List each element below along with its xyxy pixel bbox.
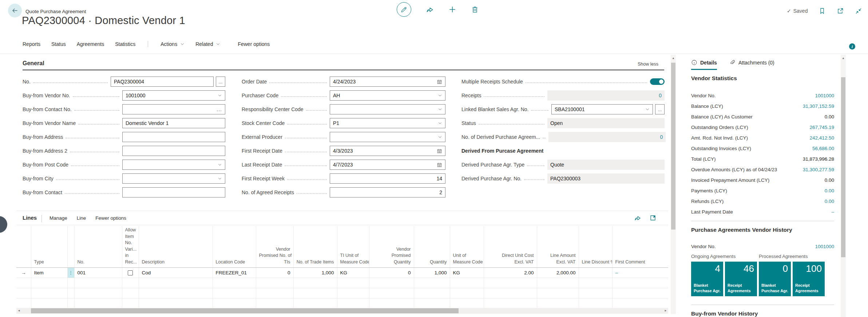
scroll-up-arrow-icon[interactable]: ▲ (841, 55, 846, 61)
content-scroll-thumb[interactable] (671, 63, 675, 230)
cell-vptis[interactable]: 0 (256, 268, 293, 278)
linked-blanket-sales-agr-no-assist-button[interactable]: ... (655, 104, 665, 114)
empty-cell[interactable] (450, 288, 484, 298)
column-header-comment[interactable]: First Comment (612, 226, 668, 268)
linked-blanket-sales-agr-no-field[interactable]: SBA2100001 (551, 104, 653, 114)
stock-center-code-field[interactable]: P1 (330, 118, 445, 128)
stat-value-link[interactable]: 0.00 (825, 199, 834, 204)
empty-cell[interactable] (537, 298, 579, 309)
empty-cell[interactable] (612, 278, 668, 288)
row-more-options-button[interactable]: ⋮ (67, 268, 74, 278)
empty-cell[interactable] (414, 288, 450, 298)
empty-cell[interactable] (612, 298, 668, 309)
column-header-description[interactable]: Description (139, 226, 213, 268)
responsibility-center-code-field[interactable] (330, 104, 445, 114)
empty-cell[interactable] (537, 278, 579, 288)
empty-cell[interactable] (74, 288, 122, 298)
no-of-agreed-receipts-field[interactable]: 2 (330, 187, 445, 197)
chevron-down-icon[interactable] (218, 93, 222, 98)
history-tile-receipt-agreements[interactable]: 46Receipt Agreements (725, 262, 757, 296)
tab-details[interactable]: Details (691, 59, 717, 69)
empty-cell[interactable] (67, 288, 74, 298)
factbox-vertical-scrollbar[interactable]: ▲ (841, 55, 846, 317)
empty-cell[interactable] (139, 278, 213, 288)
no-of-derived-purchase-agreem-drilldown[interactable]: 0 (548, 132, 666, 142)
buy-from-address-field[interactable] (122, 132, 225, 142)
empty-cell[interactable] (484, 298, 537, 309)
external-producer-field[interactable] (330, 132, 445, 142)
empty-cell[interactable] (537, 288, 579, 298)
chevron-down-icon[interactable] (218, 176, 222, 181)
column-header-arrow[interactable] (16, 226, 31, 268)
menubar-fewer-options[interactable]: Fewer options (238, 41, 270, 47)
menubar-item-reports[interactable]: Reports (23, 41, 40, 47)
cell-type[interactable]: Item (31, 268, 67, 278)
column-header-qty[interactable]: Quantity (414, 226, 450, 268)
bookmark-button[interactable] (819, 7, 826, 15)
stat-value-link[interactable]: 31,307,152.59 (803, 103, 834, 109)
general-section-heading[interactable]: General (23, 60, 44, 67)
buy-from-address-2-field[interactable] (122, 146, 225, 156)
order-date-field[interactable]: 4/24/2023 (330, 77, 445, 87)
chevron-down-icon[interactable] (438, 93, 442, 98)
cell-linedisc[interactable] (579, 268, 612, 278)
empty-cell[interactable] (122, 278, 139, 288)
content-vertical-scrollbar[interactable]: ▲ (671, 55, 676, 314)
column-header-rowmenu[interactable] (67, 226, 74, 268)
cell-trade_items[interactable]: 1,000 (293, 268, 337, 278)
stat-value-link[interactable]: 1001000 (815, 93, 834, 98)
cell-comment[interactable]: – (612, 268, 668, 278)
empty-cell[interactable] (256, 278, 293, 288)
checkbox-unchecked-icon[interactable] (128, 270, 133, 275)
lines-menu-line[interactable]: Line (77, 215, 86, 221)
empty-cell[interactable] (213, 298, 256, 309)
column-header-ti_uom[interactable]: TI Unit ofMeasure Code (337, 226, 369, 268)
stat-value-link[interactable]: 56,686.00 (812, 146, 834, 151)
new-button[interactable] (448, 5, 456, 13)
cell-uom[interactable]: KG (450, 268, 484, 278)
calendar-icon[interactable] (437, 79, 442, 85)
empty-cell[interactable] (337, 288, 369, 298)
empty-cell[interactable] (369, 298, 414, 309)
delete-button[interactable] (471, 5, 479, 13)
row-selector-cell[interactable]: → (16, 268, 31, 278)
history-tile-blanket-purchase-agr[interactable]: 4Blanket Purchase Agr. (691, 262, 723, 296)
chevron-down-icon[interactable] (438, 135, 442, 139)
empty-cell[interactable] (369, 278, 414, 288)
cell-ti_uom[interactable]: KG (337, 268, 369, 278)
notification-info-badge[interactable]: i (849, 43, 855, 50)
empty-cell[interactable] (337, 278, 369, 288)
lines-menu-fewer-options[interactable]: Fewer options (95, 215, 126, 221)
first-receipt-date-field[interactable]: 4/3/2023 (330, 146, 445, 156)
cell-ducost[interactable]: 2.00 (484, 268, 537, 278)
scroll-up-arrow-icon[interactable]: ▲ (671, 55, 676, 61)
stat-value-link[interactable]: 1001000 (815, 244, 834, 249)
cell-allow-item-no-variation[interactable] (122, 268, 139, 278)
empty-cell[interactable] (31, 278, 67, 288)
stat-value-link[interactable]: 0.00 (825, 188, 834, 193)
stat-value-link[interactable]: 242,412.50 (809, 135, 834, 141)
empty-cell[interactable] (293, 278, 337, 288)
column-header-lineamt[interactable]: Line AmountExcl. VAT (537, 226, 579, 268)
empty-cell[interactable] (122, 288, 139, 298)
cell-no[interactable]: 001 (74, 268, 122, 278)
empty-cell[interactable] (450, 298, 484, 309)
empty-cell[interactable] (74, 298, 122, 309)
scroll-right-arrow-icon[interactable]: ► (664, 308, 667, 314)
share-button[interactable] (426, 5, 434, 13)
receipts-drilldown[interactable]: 0 (547, 90, 665, 101)
empty-cell[interactable] (67, 278, 74, 288)
empty-cell[interactable] (213, 278, 256, 288)
empty-cell[interactable] (31, 288, 67, 298)
empty-cell[interactable] (67, 298, 74, 309)
purchaser-code-field[interactable]: AH (330, 90, 445, 101)
chevron-down-icon[interactable] (438, 121, 442, 125)
horizontal-scroll-thumb[interactable] (31, 308, 459, 313)
stat-value-link[interactable]: – (831, 209, 834, 215)
buy-from-contact-no-field[interactable]: ... (122, 104, 225, 114)
menubar-item-status[interactable]: Status (51, 41, 66, 47)
menubar-item-agreements[interactable]: Agreements (77, 41, 104, 47)
last-receipt-date-field[interactable]: 4/7/2023 (330, 160, 445, 170)
empty-cell[interactable] (16, 288, 31, 298)
lines-menu-manage[interactable]: Manage (49, 215, 67, 221)
